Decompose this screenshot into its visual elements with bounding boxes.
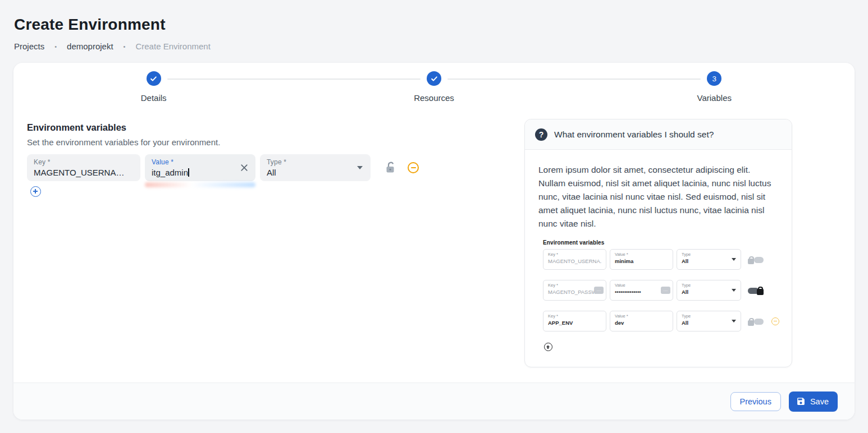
stepper: Details Resources 3 Variables [13, 71, 855, 113]
chevron-down-icon[interactable] [357, 166, 363, 169]
help-text: Lorem ipsum dolor sit amet, consectetur … [538, 163, 778, 231]
example-row: Key * APP_ENV Value * dev Type All [543, 311, 779, 331]
example-value-field: Value * dev [610, 311, 673, 331]
add-variable-button[interactable] [30, 186, 41, 197]
key-field-label: Key * [34, 158, 134, 166]
example-type-field: Type All [677, 311, 741, 331]
example-screenshot: Environment variables Key * MAGENTO_USER… [543, 239, 779, 246]
example-key-field: Key * MAGENTO_USERNA... [543, 249, 606, 270]
caret-down-icon [732, 258, 736, 261]
check-icon [149, 75, 158, 83]
circle-minus-icon [771, 317, 779, 325]
lock-open-icon[interactable] [384, 161, 398, 174]
step-resources-label: Resources [378, 93, 490, 103]
question-mark-icon: ? [535, 128, 547, 141]
example-value-field: Value * minima [610, 249, 673, 270]
example-heading: Environment variables [543, 239, 779, 246]
caret-down-icon [732, 320, 736, 323]
save-button-label: Save [810, 397, 829, 406]
section-heading: Environment variables [27, 122, 126, 133]
lock-toggle-locked-icon [748, 286, 764, 295]
step-variables: 3 Variables [658, 71, 770, 103]
footer: Previous Save [13, 383, 855, 420]
create-environment-card: Details Resources 3 Variables Environmen… [13, 63, 855, 420]
example-row: Key * MAGENTO_USERNA... Value * minima T… [543, 249, 764, 270]
check-icon [430, 75, 438, 83]
help-card: ? What environment variables I should se… [524, 119, 792, 367]
breadcrumb-projects[interactable]: Projects [14, 42, 44, 51]
value-field-label: Value * [152, 158, 249, 166]
lock-toggle-icon [748, 255, 764, 264]
example-key-field: Key * APP_ENV [543, 311, 606, 331]
add-circle-icon [544, 343, 552, 351]
breadcrumb-separator: • [124, 43, 126, 50]
breadcrumb-separator: • [54, 43, 57, 50]
type-select-label: Type * [267, 158, 364, 166]
row-actions [384, 161, 419, 174]
example-key-field: Key * MAGENTO_PASSW ... [543, 280, 606, 301]
minus-icon [411, 167, 416, 168]
previous-button[interactable]: Previous [730, 392, 781, 411]
save-button[interactable]: Save [789, 391, 838, 412]
key-field-value: MAGENTO_USERNA… [34, 168, 134, 177]
save-icon [796, 397, 806, 406]
step-variables-label: Variables [658, 93, 770, 103]
example-row: Key * MAGENTO_PASSW ... Value ••••••••••… [543, 280, 764, 301]
clear-icon[interactable] [240, 163, 249, 172]
section-subheading: Set the environment variables for your e… [27, 137, 220, 147]
breadcrumb-demoprojekt[interactable]: demoprojekt [67, 42, 113, 51]
example-type-field: Type All [677, 249, 741, 270]
help-card-title: What environment variables I should set? [554, 130, 714, 140]
value-field-value: itg_admin [152, 168, 249, 177]
text-cursor [188, 168, 189, 177]
caret-down-icon [732, 289, 736, 292]
breadcrumb: Projects • demoprojekt • Create Environm… [14, 42, 211, 51]
lock-toggle-icon [748, 317, 764, 326]
ellipsis-badge: ... [594, 287, 604, 294]
ellipsis-badge: ... [661, 287, 670, 294]
variable-row: Key * MAGENTO_USERNA… Value * itg_admin … [27, 154, 419, 181]
step-details-circle[interactable] [147, 71, 161, 86]
page-title: Create Environment [14, 16, 166, 34]
step-details: Details [98, 71, 210, 103]
type-select-value: All [267, 168, 364, 177]
step-resources: Resources [378, 71, 490, 103]
example-value-field: Value •••••••••••••• ... [610, 280, 673, 301]
remove-variable-button[interactable] [408, 162, 419, 173]
example-type-field: Type All [677, 280, 741, 301]
step-details-label: Details [98, 93, 210, 103]
step-variables-circle[interactable]: 3 [707, 71, 721, 86]
help-card-body: Lorem ipsum dolor sit amet, consectetur … [525, 150, 792, 244]
focus-glow [145, 182, 255, 187]
help-card-header: ? What environment variables I should se… [525, 119, 792, 150]
breadcrumb-current: Create Environment [135, 42, 210, 51]
value-field[interactable]: Value * itg_admin [145, 154, 255, 181]
step-resources-circle[interactable] [427, 71, 441, 86]
type-select[interactable]: Type * All [260, 154, 371, 181]
key-field[interactable]: Key * MAGENTO_USERNA… [27, 154, 140, 181]
